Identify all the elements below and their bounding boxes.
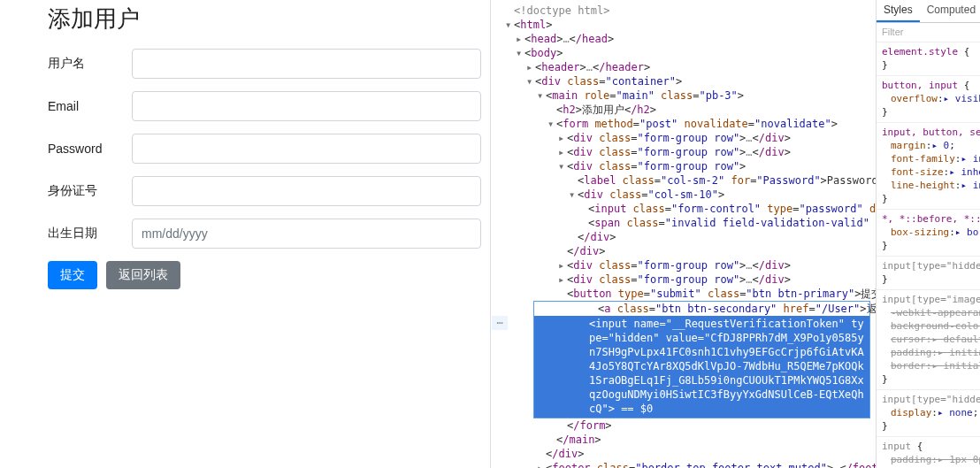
form-group-idcard: 身份证号	[48, 176, 481, 206]
css-rule[interactable]: input[type="image" i] {-webkit-appearanc…	[877, 290, 980, 390]
css-rule[interactable]: input[type="hidden" i] {}	[877, 257, 980, 290]
css-rule[interactable]: input[type="hidden" i] {display:▸ none;}	[877, 390, 980, 437]
dom-node[interactable]: <h2>添加用户</h2>	[491, 103, 876, 117]
input-birthdate[interactable]	[132, 219, 481, 249]
dom-node[interactable]: <!doctype html>	[491, 4, 876, 18]
form-group-username: 用户名	[48, 49, 481, 79]
dom-node[interactable]: ▾<form method="post" novalidate="novalid…	[491, 117, 876, 131]
input-username[interactable]	[132, 49, 481, 79]
form-group-email: Email	[48, 91, 481, 121]
dom-node[interactable]: ▸<footer class="border-top footer text-m…	[491, 461, 876, 468]
dom-node[interactable]: ▾<div class="container">	[491, 74, 876, 88]
tab-computed[interactable]: Computed	[920, 0, 980, 22]
form-group-birthdate: 出生日期	[48, 219, 481, 249]
label-password: Password	[48, 142, 132, 156]
input-idcard[interactable]	[132, 176, 481, 206]
label-email: Email	[48, 99, 132, 113]
dom-node[interactable]: ▸<head>…</head>	[491, 32, 876, 46]
form-group-password: Password	[48, 134, 481, 164]
tab-styles[interactable]: Styles	[877, 0, 920, 22]
label-birthdate: 出生日期	[48, 226, 132, 242]
css-rule[interactable]: *, *::before, *::after {box-sizing:▸ bor…	[877, 210, 980, 257]
css-rule[interactable]: button, input {overflow:▸ visible;}	[877, 76, 980, 123]
dom-highlight-box: <a class="btn btn-secondary" href="/User…	[533, 301, 870, 418]
dom-node[interactable]: ▾<div class="form-group row">	[491, 159, 876, 173]
dom-node[interactable]: </form>	[491, 418, 876, 433]
dom-node[interactable]: ▸<div class="form-group row">…</div>	[491, 258, 876, 272]
dom-node-selected[interactable]: <input name="__RequestVerificationToken"…	[534, 316, 869, 418]
page-title: 添加用户	[48, 4, 481, 35]
styles-panel[interactable]: Styles Computed Ev Filter element.style …	[876, 0, 980, 468]
back-button[interactable]: 返回列表	[106, 261, 180, 289]
elements-panel[interactable]: <!doctype html>▾<html>▸<head>…</head>▾<b…	[491, 0, 876, 468]
css-rule[interactable]: element.style {}	[877, 42, 980, 76]
dom-node[interactable]: ▾<html>	[491, 18, 876, 32]
dom-node[interactable]: </div>	[491, 244, 876, 258]
dom-node[interactable]: <label class="col-sm-2" for="Password">P…	[491, 173, 876, 188]
input-password[interactable]	[132, 134, 481, 164]
css-rule[interactable]: input, button, select, optgroup, textare…	[877, 123, 980, 210]
input-email[interactable]	[132, 91, 481, 121]
styles-tabs: Styles Computed Ev	[877, 0, 980, 23]
dom-node[interactable]: </div>	[491, 447, 876, 461]
css-rule[interactable]: input {padding:▸ 1px 0px;}	[877, 437, 980, 468]
dom-node[interactable]: ▾<div class="col-sm-10">	[491, 188, 876, 202]
dom-node[interactable]: ▸<div class="form-group row">…</div>	[491, 272, 876, 287]
dom-node[interactable]: <a class="btn btn-secondary" href="/User…	[534, 302, 869, 316]
dom-node[interactable]: <input class="form-control" type="passwo…	[491, 202, 876, 216]
dom-node[interactable]: ▾<body>	[491, 46, 876, 60]
dom-node[interactable]: ▸<div class="form-group row">…</div>	[491, 145, 876, 159]
form-panel: 添加用户 用户名 Email Password 身份证号 出生日期 提交 返回列…	[0, 0, 490, 468]
label-username: 用户名	[48, 56, 132, 72]
dom-node[interactable]: </div>	[491, 230, 876, 244]
dom-node[interactable]: <span class="invalid field-validation-va…	[491, 216, 876, 230]
label-idcard: 身份证号	[48, 183, 132, 199]
dom-node[interactable]: ▾<main role="main" class="pb-3">	[491, 88, 876, 103]
dom-node[interactable]: </main>	[491, 433, 876, 447]
dom-node[interactable]: ▸<header>…</header>	[491, 60, 876, 74]
submit-button[interactable]: 提交	[48, 261, 97, 289]
dom-node[interactable]: <button type="submit" class="btn btn-pri…	[491, 287, 876, 301]
dom-node[interactable]: ▸<div class="form-group row">…</div>	[491, 131, 876, 145]
styles-filter[interactable]: Filter	[877, 23, 980, 42]
